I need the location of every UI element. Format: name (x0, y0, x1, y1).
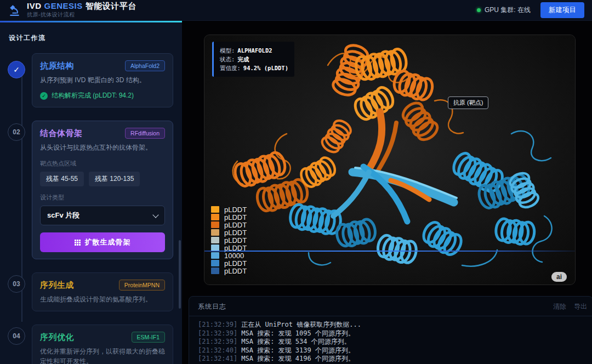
info-confidence-row: 置信度:94.2% (pLDDT) (220, 64, 288, 72)
step1-card-antigen-structure[interactable]: 抗原结构 AlphaFold2 从序列预测 IVD 靶蛋白的 3D 结构。 ✓ … (32, 53, 173, 107)
antigen-target-tag: 抗原 (靶点) (448, 96, 488, 109)
log-title: 系统日志 (198, 302, 226, 311)
design-type-select[interactable]: scFv 片段 (40, 206, 165, 225)
scan-line (204, 251, 575, 252)
legend-swatch (211, 214, 219, 220)
hotspot-chips: 残基 45-55 残基 120-135 (40, 172, 165, 186)
step3-number: 03 (8, 275, 25, 293)
app-title: IVDGENESIS智能设计平台 (27, 2, 136, 10)
gpu-status-label: GPU 集群: 在线 (485, 5, 531, 15)
legend-swatch (211, 252, 219, 259)
step3-title: 序列生成 (40, 280, 74, 291)
log-line: [21:32:39]MSA 搜索: 发现 1095 个同源序列。 (198, 329, 584, 338)
legend-swatch (211, 237, 219, 243)
legend-swatch (211, 206, 219, 213)
step1-model-badge: AlphaFold2 (125, 60, 165, 71)
main-content: 模型:ALPHAFOLD2 状态:完成 置信度:94.2% (pLDDT) 抗原… (182, 21, 592, 364)
online-dot-icon (477, 8, 481, 12)
plddt-legend: pLDDT pLDDT pLDDT pLDDT pLDDT pLDDT 1000… (211, 206, 247, 275)
log-line: [21:32:41]MSA 搜索: 发现 4196 个同源序列。 (198, 355, 584, 363)
new-project-button[interactable]: 新建项目 (540, 2, 584, 18)
diffuse-generate-button[interactable]: 扩散生成骨架 (40, 232, 165, 252)
brand-accent: GENESIS (44, 1, 83, 10)
workflow-step-antigen: ✓ 抗原结构 AlphaFold2 从序列预测 IVD 靶蛋白的 3D 结构。 … (8, 53, 173, 121)
legend-row: pLDDT (211, 206, 247, 213)
gpu-status: GPU 集群: 在线 (477, 5, 531, 15)
step2-description: 从头设计与抗原热点互补的抗体骨架。 (40, 143, 165, 152)
step4-model-badge: ESM-IF1 (132, 332, 165, 343)
log-lines: [21:32:39]正在从 UniProt 镜像获取序列数据... [21:32… (189, 316, 592, 364)
legend-row: pLDDT (211, 267, 247, 275)
step4-number: 04 (8, 327, 25, 345)
residue-chip-120-135: 残基 120-135 (89, 172, 140, 186)
structure-viewer-panel: 模型:ALPHAFOLD2 状态:完成 置信度:94.2% (pLDDT) 抗原… (204, 35, 576, 285)
system-log-panel: 系统日志 清除 导出 [21:32:39]正在从 UniProt 镜像获取序列数… (189, 296, 592, 364)
legend-swatch (211, 260, 219, 266)
log-line: [21:32:40]MSA 搜索: 发现 3139 个同源序列。 (198, 346, 584, 355)
log-clear-button[interactable]: 清除 (553, 302, 566, 311)
ai-watermark: ai (551, 272, 567, 282)
step1-title: 抗原结构 (40, 61, 74, 71)
brand-block: IVDGENESIS智能设计平台 抗原-抗体设计流程 (27, 2, 136, 19)
chevron-down-icon (152, 212, 158, 218)
microscope-icon (8, 3, 21, 17)
legend-row: pLDDT (211, 236, 247, 244)
app-subtitle: 抗原-抗体设计流程 (27, 11, 136, 19)
step1-check-icon: ✓ (8, 61, 25, 78)
step1-description: 从序列预测 IVD 靶蛋白的 3D 结构。 (40, 75, 165, 85)
legend-row: 10000 (211, 252, 247, 259)
step1-status-text: 结构解析完成 (pLDDT: 94.2) (52, 91, 134, 100)
brand-prefix: IVD (27, 1, 42, 10)
step3-description: 生成能折叠成设计骨架的氨基酸序列。 (40, 294, 165, 304)
step4-title: 序列优化 (40, 332, 74, 343)
legend-row: pLDDT (211, 229, 247, 236)
step3-model-badge: ProteinMPNN (119, 280, 165, 291)
log-line: [21:32:39]MSA 搜索: 发现 534 个同源序列。 (198, 338, 584, 346)
info-status-row: 状态:完成 (220, 55, 288, 64)
step1-status: ✓ 结构解析完成 (pLDDT: 94.2) (40, 91, 165, 100)
workflow-timeline: ✓ 抗原结构 AlphaFold2 从序列预测 IVD 靶蛋白的 3D 结构。 … (8, 53, 173, 364)
legend-row: pLDDT (211, 221, 247, 229)
grid-icon (75, 240, 81, 246)
sidebar-title: 设计工作流 (9, 33, 173, 43)
info-model-row: 模型:ALPHAFOLD2 (220, 46, 288, 55)
step4-card-sequence-optimization[interactable]: 序列优化 ESM-IF1 优化并重新评分序列，以获得最大的折叠稳定性和可开发性。 (32, 325, 173, 364)
workflow-step-binder: 02 结合体骨架 RFdiffusion 从头设计与抗原热点互补的抗体骨架。 靶… (8, 121, 173, 272)
step3-card-sequence-generation[interactable]: 序列生成 ProteinMPNN 生成能折叠成设计骨架的氨基酸序列。 (32, 272, 173, 311)
residue-chip-45-55: 残基 45-55 (40, 172, 84, 186)
diffuse-generate-label: 扩散生成骨架 (85, 237, 131, 247)
design-type-value: scFv 片段 (47, 211, 79, 220)
model-info-overlay: 模型:ALPHAFOLD2 状态:完成 置信度:94.2% (pLDDT) (212, 42, 294, 77)
step2-card-binder-scaffold[interactable]: 结合体骨架 RFdiffusion 从头设计与抗原热点互补的抗体骨架。 靶点热点… (32, 121, 173, 259)
workflow-step-optimize: 04 序列优化 ESM-IF1 优化并重新评分序列，以获得最大的折叠稳定性和可开… (8, 325, 173, 364)
log-line: [21:32:39]正在从 UniProt 镜像获取序列数据... (198, 321, 584, 329)
brand-suffix: 智能设计平台 (86, 1, 136, 10)
log-export-button[interactable]: 导出 (574, 302, 587, 311)
app-header: IVDGENESIS智能设计平台 抗原-抗体设计流程 GPU 集群: 在线 新建… (0, 0, 592, 21)
legend-swatch (211, 268, 219, 274)
legend-row: pLDDT (211, 259, 247, 267)
hotspot-region-label: 靶点热点区域 (40, 160, 165, 168)
design-type-label: 设计类型 (40, 194, 165, 202)
legend-row: pLDDT (211, 213, 247, 221)
workflow-sidebar: 设计工作流 ✓ 抗原结构 AlphaFold2 从序列预测 IVD 靶蛋白的 3… (0, 21, 182, 364)
step2-model-badge: RFdiffusion (125, 128, 165, 139)
legend-swatch (211, 221, 219, 228)
success-check-icon: ✓ (40, 92, 48, 100)
legend-swatch (211, 229, 219, 236)
workflow-step-sequence: 03 序列生成 ProteinMPNN 生成能折叠成设计骨架的氨基酸序列。 (8, 272, 173, 325)
step2-number: 02 (8, 123, 25, 141)
sidebar-scrollbar[interactable] (179, 240, 181, 309)
step4-description: 优化并重新评分序列，以获得最大的折叠稳定性和可开发性。 (40, 346, 165, 364)
step2-title: 结合体骨架 (40, 128, 83, 139)
